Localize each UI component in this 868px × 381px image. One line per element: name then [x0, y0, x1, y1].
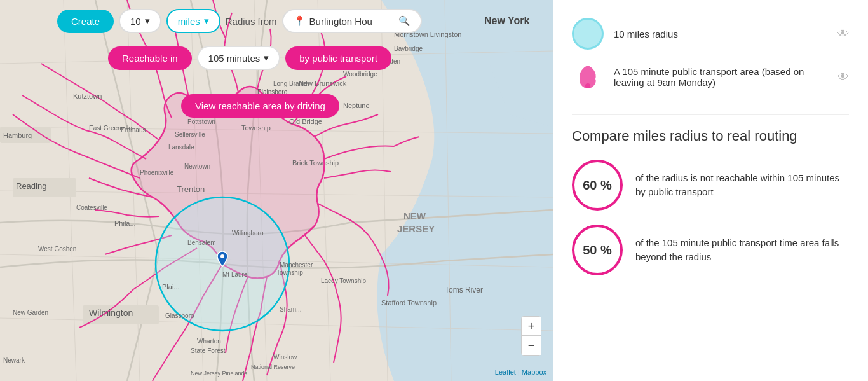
reachable-label: Reachable in — [108, 46, 192, 70]
radius-from-label: Radius from — [226, 16, 277, 27]
stat-60-value: 60 % — [583, 178, 612, 193]
svg-text:New Brunswick: New Brunswick — [299, 80, 347, 87]
compare-title: Compare miles radius to real routing — [572, 128, 849, 144]
svg-text:Manchester: Manchester — [280, 261, 313, 268]
legend-transport-item: A 105 minute public transport area (base… — [572, 61, 849, 93]
toolbar: Create 10 ▾ miles ▾ Radius from 📍 Burlin… — [57, 9, 422, 33]
ny-label: New York — [484, 15, 530, 26]
svg-text:Willingboro: Willingboro — [232, 230, 264, 237]
svg-text:Sham...: Sham... — [280, 306, 301, 313]
svg-text:State Forest: State Forest — [191, 347, 226, 354]
svg-text:National Reserve: National Reserve — [251, 364, 295, 370]
svg-text:Winslow: Winslow — [273, 354, 297, 361]
stat-50-value: 50 % — [583, 243, 612, 258]
zoom-out-button[interactable]: − — [522, 336, 541, 355]
svg-text:Neptune: Neptune — [343, 102, 370, 109]
svg-text:Newark: Newark — [3, 357, 25, 364]
svg-text:New Garden: New Garden — [13, 309, 48, 316]
svg-text:Brick Township: Brick Township — [292, 159, 339, 167]
svg-text:Wilmington: Wilmington — [89, 308, 133, 318]
svg-text:Sellersville: Sellersville — [175, 131, 205, 138]
svg-text:Lacey Township: Lacey Township — [321, 277, 366, 284]
radius-visibility-toggle[interactable]: 👁 — [837, 27, 849, 41]
stat-60-text: of the radius is not reachable within 10… — [635, 171, 849, 200]
svg-text:Wharton: Wharton — [197, 338, 221, 345]
svg-text:NEW: NEW — [403, 211, 426, 221]
svg-text:Phila...: Phila... — [114, 219, 136, 227]
svg-text:Toms River: Toms River — [445, 286, 483, 294]
svg-text:Township: Township — [276, 269, 303, 276]
minutes-chevron: ▾ — [264, 52, 269, 64]
svg-point-17 — [220, 254, 224, 258]
search-magnifier-icon: 🔍 — [398, 15, 410, 27]
legend-radius-item: 10 miles radius 👁 — [572, 18, 849, 50]
svg-text:Woodbridge: Woodbridge — [343, 71, 377, 78]
svg-text:Glassboro: Glassboro — [165, 312, 194, 319]
svg-text:Pottstown: Pottstown — [187, 118, 215, 125]
radius-circle-icon — [572, 18, 604, 50]
create-button[interactable]: Create — [57, 10, 114, 33]
minutes-value: 105 minutes — [208, 53, 261, 64]
radius-unit-label: miles — [178, 16, 200, 27]
stat-circle-50: 50 % — [572, 225, 623, 275]
svg-text:Hamburg: Hamburg — [3, 132, 32, 139]
svg-text:Baybridge: Baybridge — [394, 45, 423, 52]
mapbox-link[interactable]: Mapbox — [522, 368, 546, 376]
svg-text:Bensalem: Bensalem — [187, 239, 215, 246]
svg-text:Coatesville: Coatesville — [76, 204, 107, 211]
svg-text:East Greenville: East Greenville — [89, 125, 132, 132]
location-search[interactable]: 📍 Burlington Hou 🔍 — [282, 9, 422, 33]
transport-visibility-toggle[interactable]: 👁 — [837, 71, 849, 84]
stat-circle-60: 60 % — [572, 160, 623, 211]
radius-value-chevron: ▾ — [145, 15, 150, 27]
search-value: Burlington Hou — [309, 16, 372, 27]
svg-text:Trenton: Trenton — [177, 184, 205, 194]
zoom-in-button[interactable]: + — [522, 317, 541, 336]
search-icon: 📍 — [294, 15, 306, 27]
view-driving-button[interactable]: View reachable area by driving — [181, 94, 339, 118]
stat-50-text: of the 105 minute public transport time … — [635, 236, 849, 265]
leaflet-link[interactable]: Leaflet — [495, 368, 516, 376]
minutes-select[interactable]: 105 minutes ▾ — [197, 46, 281, 70]
radius-value-select[interactable]: 10 ▾ — [119, 9, 161, 33]
right-panel: 10 miles radius 👁 A 105 minute public tr… — [553, 0, 868, 381]
map-attribution: Leaflet | Mapbox — [495, 368, 546, 376]
radius-unit-chevron: ▾ — [204, 15, 209, 27]
zoom-controls: + − — [521, 316, 541, 356]
svg-text:Plai...: Plai... — [162, 283, 180, 291]
radius-legend-label: 10 miles radius — [614, 29, 827, 39]
svg-text:Township: Township — [241, 124, 271, 132]
map-container[interactable]: New York Reading Wilmington Hamburg Kutz… — [0, 0, 553, 381]
svg-point-70 — [585, 83, 590, 88]
transport-label: by public transport — [285, 46, 391, 70]
svg-text:Newtown: Newtown — [184, 163, 210, 170]
transport-legend-label: A 105 minute public transport area (base… — [614, 66, 827, 88]
svg-text:Phoenixville: Phoenixville — [140, 169, 174, 176]
svg-text:Old Bridge: Old Bridge — [289, 118, 322, 125]
svg-text:Lansdale: Lansdale — [168, 144, 194, 151]
stat-row-50: 50 % of the 105 minute public transport … — [572, 225, 849, 275]
radius-unit-select[interactable]: miles ▾ — [166, 9, 220, 33]
transport-controls: Reachable in 105 minutes ▾ by public tra… — [108, 46, 391, 70]
svg-text:Mt Laurel: Mt Laurel — [222, 271, 249, 278]
svg-text:New Jersey Pinelands: New Jersey Pinelands — [191, 370, 248, 377]
stat-row-60: 60 % of the radius is not reachable with… — [572, 160, 849, 211]
svg-text:Reading: Reading — [16, 181, 46, 191]
panel-divider — [572, 114, 849, 115]
transport-blob-icon — [572, 61, 604, 93]
svg-text:West Goshen: West Goshen — [38, 246, 76, 253]
svg-text:Stafford Township: Stafford Township — [381, 299, 437, 307]
radius-value-label: 10 — [130, 16, 141, 27]
svg-text:Kutztown: Kutztown — [73, 92, 102, 100]
svg-text:JERSEY: JERSEY — [397, 223, 435, 234]
